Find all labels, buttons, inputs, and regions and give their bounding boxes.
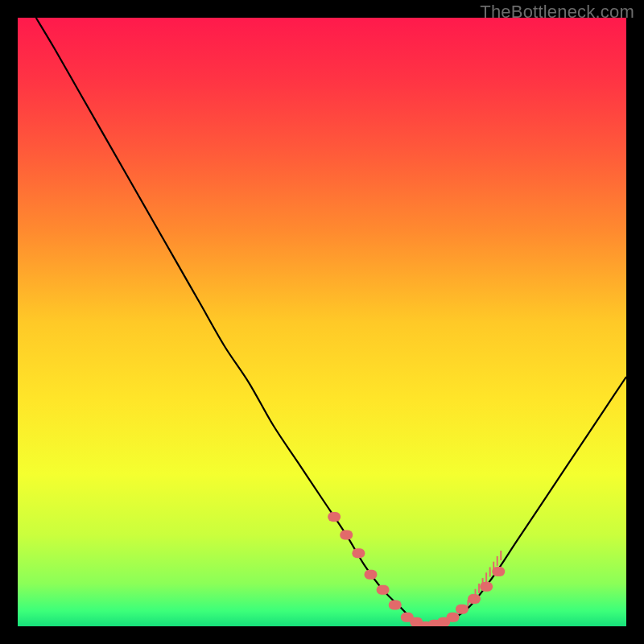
marker-dot (468, 594, 481, 604)
marker-dot (352, 548, 365, 558)
chart-frame (18, 18, 626, 626)
marker-dot (480, 582, 493, 592)
marker-dot (389, 601, 402, 610)
marker-dot (364, 570, 377, 580)
bottleneck-chart (18, 18, 626, 626)
marker-dot (447, 613, 460, 622)
marker-dot (340, 530, 353, 540)
marker-dot (492, 567, 505, 576)
watermark-text: TheBottleneck.com (480, 2, 634, 23)
marker-dot (328, 512, 341, 522)
gradient-background (18, 18, 626, 626)
marker-dot (377, 585, 390, 595)
marker-dot (456, 605, 469, 614)
